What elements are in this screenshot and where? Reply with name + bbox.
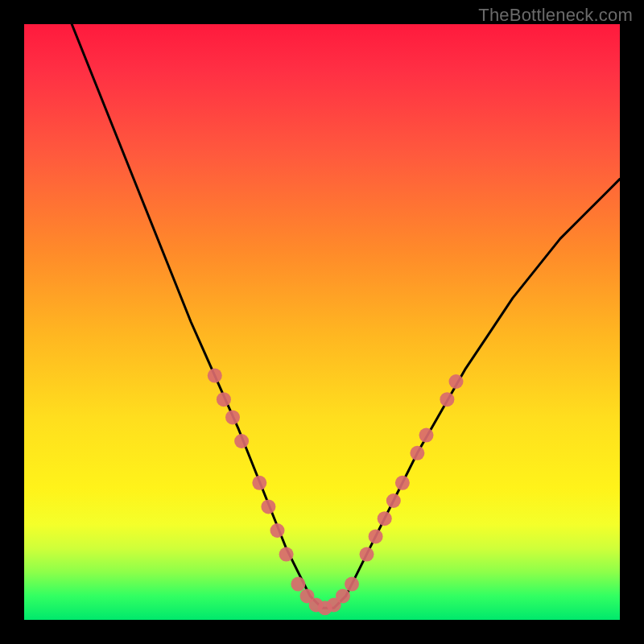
- curve-marker: [410, 446, 424, 460]
- curve-marker: [449, 374, 464, 389]
- curve-marker: [252, 476, 266, 490]
- curve-marker: [336, 588, 350, 603]
- curve-marker: [261, 499, 275, 514]
- watermark-text: TheBottleneck.com: [478, 5, 633, 26]
- curve-marker: [217, 392, 231, 407]
- curve-marker: [386, 493, 401, 508]
- curve-marker: [378, 511, 392, 526]
- curve-marker: [234, 434, 249, 448]
- curve-marker: [395, 476, 410, 490]
- curve-marker: [369, 529, 383, 543]
- curve-markers: [208, 369, 464, 616]
- curve-marker: [270, 523, 285, 538]
- curve-marker: [279, 547, 294, 562]
- bottleneck-curve-svg: [24, 24, 620, 620]
- curve-marker: [345, 577, 359, 592]
- bottleneck-curve-line: [72, 24, 620, 608]
- curve-marker: [208, 369, 222, 383]
- curve-marker: [291, 577, 305, 592]
- chart-frame: TheBottleneck.com: [0, 0, 644, 644]
- chart-plot-area: [24, 24, 620, 620]
- curve-marker: [225, 410, 240, 424]
- curve-marker: [360, 547, 374, 562]
- curve-marker: [419, 428, 434, 443]
- curve-marker: [440, 392, 454, 407]
